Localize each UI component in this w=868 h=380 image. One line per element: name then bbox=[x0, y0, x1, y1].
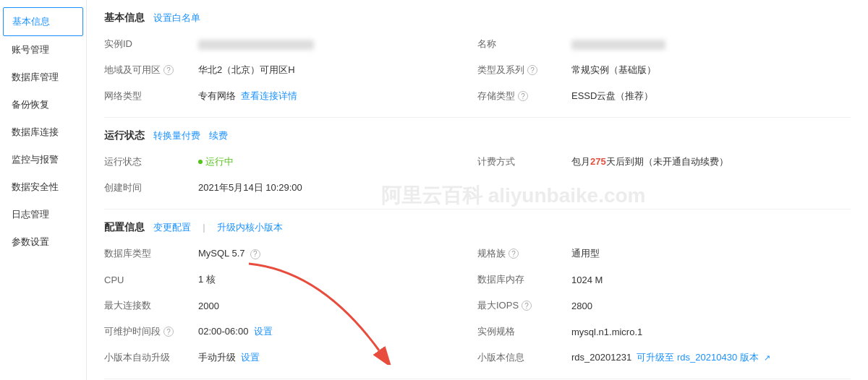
db-type-row: 数据库类型 MySQL 5.7 ? bbox=[104, 244, 477, 263]
max-iops-label: 最大IOPS ? bbox=[477, 299, 571, 312]
status-dot bbox=[198, 160, 203, 164]
billing-method-value: 包月275天后到期（未开通自动续费） bbox=[571, 155, 851, 168]
network-label: 网络类型 bbox=[104, 90, 198, 103]
billing-method-label: 计费方式 bbox=[477, 155, 571, 168]
minor-version-row: 小版本信息 rds_20201231 可升级至 rds_20210430 版本 … bbox=[477, 348, 851, 367]
sidebar-item-backup-restore[interactable]: 备份恢复 bbox=[0, 91, 86, 118]
whitelist-link[interactable]: 设置白名单 bbox=[153, 12, 200, 25]
status-value: 运行中 bbox=[198, 155, 477, 168]
basic-info-grid: 实例ID 名称 地域及可用区 ? 华北2（北京）可用区H 类型及系列 ? bbox=[104, 35, 851, 105]
sidebar-item-db-connect[interactable]: 数据库连接 bbox=[0, 118, 86, 146]
db-memory-value: 1024 M bbox=[571, 275, 851, 285]
spec-family-label: 规格族 ? bbox=[477, 247, 571, 260]
instance-id-value bbox=[198, 38, 477, 50]
minor-upgrade-row: 小版本自动升级 手动升级 设置 bbox=[104, 348, 477, 367]
external-link-icon[interactable]: ↗ bbox=[764, 353, 770, 362]
config-info-grid: 数据库类型 MySQL 5.7 ? 规格族 ? 通用型 CPU 1 核 数据库内… bbox=[104, 244, 851, 367]
config-info-section: 配置信息 变更配置 ｜ 升级内核小版本 数据库类型 MySQL 5.7 ? 规格… bbox=[104, 210, 851, 379]
max-iops-row: 最大IOPS ? 2800 bbox=[477, 296, 851, 315]
db-memory-row: 数据库内存 1024 M bbox=[477, 270, 851, 289]
divider-1: ｜ bbox=[200, 222, 208, 234]
max-conn-label: 最大连接数 bbox=[104, 299, 198, 312]
instance-id-row: 实例ID bbox=[104, 35, 477, 53]
running-status-section: 运行状态 转换量付费 续费 运行状态 运行中 计费方式 包月275天后到期（未开… bbox=[104, 118, 851, 210]
billing-link[interactable]: 转换量付费 bbox=[153, 129, 200, 142]
max-conn-row: 最大连接数 2000 bbox=[104, 296, 477, 315]
storage-help-icon[interactable]: ? bbox=[518, 91, 528, 101]
sidebar-item-account-mgmt[interactable]: 账号管理 bbox=[0, 36, 86, 64]
maintain-link[interactable]: 设置 bbox=[254, 326, 273, 337]
upgrade-to-link[interactable]: 可升级至 rds_20210430 版本 bbox=[637, 352, 758, 363]
minor-version-label: 小版本信息 bbox=[477, 351, 571, 364]
max-conn-value: 2000 bbox=[198, 301, 477, 311]
storage-type-value: ESSD云盘（推荐） bbox=[571, 90, 851, 103]
upgrade-kernel-link[interactable]: 升级内核小版本 bbox=[217, 221, 283, 234]
maintain-row: 可维护时间段 ? 02:00-06:00 设置 bbox=[104, 322, 477, 341]
spec-family-value: 通用型 bbox=[571, 247, 851, 260]
config-info-title: 配置信息 bbox=[104, 221, 145, 234]
spec-family-row: 规格族 ? 通用型 bbox=[477, 244, 851, 263]
sidebar: 基本信息 账号管理 数据库管理 备份恢复 数据库连接 监控与报警 数据安全性 日… bbox=[0, 0, 87, 380]
running-status-grid: 运行状态 运行中 计费方式 包月275天后到期（未开通自动续费） 创建时间 20… bbox=[104, 152, 851, 197]
network-value: 专有网络 查看连接详情 bbox=[198, 90, 477, 103]
type-value: 常规实例（基础版） bbox=[571, 64, 851, 77]
region-label: 地域及可用区 ? bbox=[104, 64, 198, 77]
instance-spec-label: 实例规格 bbox=[477, 325, 571, 338]
status-label: 运行状态 bbox=[104, 155, 198, 168]
created-label: 创建时间 bbox=[104, 181, 198, 194]
minor-upgrade-label: 小版本自动升级 bbox=[104, 351, 198, 364]
sidebar-item-basic-info[interactable]: 基本信息 bbox=[3, 7, 83, 36]
max-iops-value: 2800 bbox=[571, 301, 851, 311]
region-value: 华北2（北京）可用区H bbox=[198, 64, 477, 77]
name-label: 名称 bbox=[477, 38, 571, 51]
maintain-value: 02:00-06:00 设置 bbox=[198, 325, 477, 338]
cpu-row: CPU 1 核 bbox=[104, 270, 477, 289]
minor-upgrade-link[interactable]: 设置 bbox=[241, 352, 260, 363]
name-value bbox=[571, 38, 851, 50]
billing-method-row: 计费方式 包月275天后到期（未开通自动续费） bbox=[477, 152, 851, 171]
cpu-value: 1 核 bbox=[198, 273, 477, 286]
basic-info-title: 基本信息 bbox=[104, 12, 145, 25]
type-row: 类型及系列 ? 常规实例（基础版） bbox=[477, 61, 851, 79]
status-row: 运行状态 运行中 bbox=[104, 152, 477, 171]
name-row: 名称 bbox=[477, 35, 851, 53]
region-help-icon[interactable]: ? bbox=[163, 65, 174, 75]
network-link[interactable]: 查看连接详情 bbox=[241, 90, 297, 101]
renew-link[interactable]: 续费 bbox=[209, 129, 228, 142]
created-row: 创建时间 2021年5月14日 10:29:00 bbox=[104, 178, 477, 197]
instance-id-label: 实例ID bbox=[104, 38, 198, 51]
sidebar-item-db-security[interactable]: 数据安全性 bbox=[0, 173, 86, 201]
instance-spec-row: 实例规格 mysql.n1.micro.1 bbox=[477, 322, 851, 341]
running-status-title: 运行状态 bbox=[104, 129, 145, 142]
max-iops-help-icon[interactable]: ? bbox=[522, 301, 532, 311]
db-type-help-icon[interactable]: ? bbox=[250, 249, 260, 259]
maintain-label: 可维护时间段 ? bbox=[104, 325, 198, 338]
basic-info-header: 基本信息 设置白名单 bbox=[104, 12, 851, 25]
spec-family-help-icon[interactable]: ? bbox=[509, 249, 519, 259]
region-row: 地域及可用区 ? 华北2（北京）可用区H bbox=[104, 61, 477, 79]
days-highlight: 275 bbox=[590, 156, 606, 167]
main-content: 基本信息 设置白名单 实例ID 名称 地域及可用区 ? 华北2（北京）可用区H bbox=[87, 0, 868, 380]
basic-info-section: 基本信息 设置白名单 实例ID 名称 地域及可用区 ? 华北2（北京）可用区H bbox=[104, 0, 851, 118]
storage-type-row: 存储类型 ? ESSD云盘（推荐） bbox=[477, 87, 851, 105]
minor-upgrade-value: 手动升级 设置 bbox=[198, 351, 477, 364]
type-help-icon[interactable]: ? bbox=[527, 65, 537, 75]
db-type-label: 数据库类型 bbox=[104, 247, 198, 260]
instance-spec-value: mysql.n1.micro.1 bbox=[571, 327, 851, 337]
network-row: 网络类型 专有网络 查看连接详情 bbox=[104, 87, 477, 105]
db-memory-label: 数据库内存 bbox=[477, 273, 571, 286]
sidebar-item-param-settings[interactable]: 参数设置 bbox=[0, 228, 86, 256]
config-info-header: 配置信息 变更配置 ｜ 升级内核小版本 bbox=[104, 221, 851, 234]
type-label: 类型及系列 ? bbox=[477, 64, 571, 77]
maintain-help-icon[interactable]: ? bbox=[163, 327, 174, 337]
minor-version-value: rds_20201231 可升级至 rds_20210430 版本 ↗ bbox=[571, 351, 851, 364]
sidebar-item-monitor[interactable]: 监控与报警 bbox=[0, 146, 86, 173]
running-status-header: 运行状态 转换量付费 续费 bbox=[104, 129, 851, 142]
cpu-label: CPU bbox=[104, 275, 198, 285]
created-value: 2021年5月14日 10:29:00 bbox=[198, 181, 477, 194]
sidebar-item-db-mgmt[interactable]: 数据库管理 bbox=[0, 64, 86, 91]
change-config-link[interactable]: 变更配置 bbox=[153, 221, 191, 234]
storage-type-label: 存储类型 ? bbox=[477, 90, 571, 103]
db-type-value: MySQL 5.7 ? bbox=[198, 248, 477, 259]
sidebar-item-log-mgmt[interactable]: 日志管理 bbox=[0, 201, 86, 228]
